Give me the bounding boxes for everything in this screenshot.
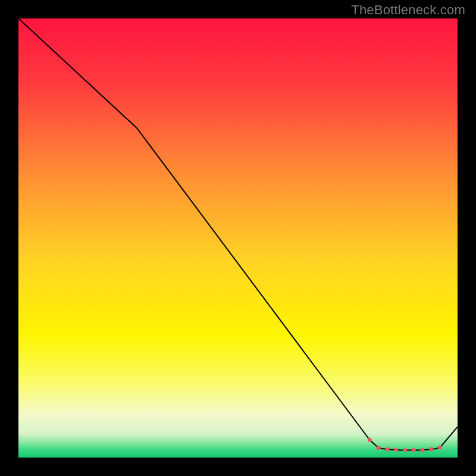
series-line: [18, 18, 458, 450]
series-group: [18, 18, 458, 450]
data-marker: [385, 447, 389, 451]
data-marker: [429, 447, 433, 451]
data-marker: [420, 448, 424, 452]
markers-group: [368, 438, 442, 452]
watermark-text: TheBottleneck.com: [351, 2, 465, 18]
chart-frame: TheBottleneck.com: [0, 0, 476, 476]
plot-area: [18, 18, 458, 458]
data-marker: [412, 448, 416, 452]
data-marker: [403, 448, 407, 452]
data-marker: [377, 446, 381, 450]
data-marker: [368, 438, 372, 442]
data-marker: [438, 446, 442, 450]
data-marker: [394, 447, 398, 452]
chart-svg: [18, 18, 458, 458]
